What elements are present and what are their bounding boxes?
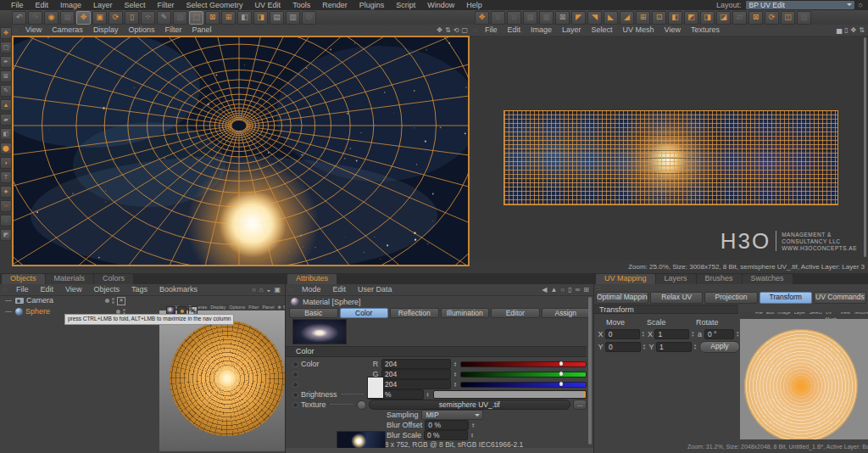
tab-layers[interactable]: Layers bbox=[656, 274, 696, 284]
camera-target-icon[interactable]: ✕ bbox=[117, 297, 125, 305]
transform-button[interactable]: Transform bbox=[760, 292, 812, 304]
new-panel-icon[interactable]: ⊞ bbox=[583, 285, 589, 295]
panel-grip-icon[interactable]: ∷ bbox=[12, 27, 20, 34]
stepper-icon[interactable]: ▲▼ bbox=[470, 433, 475, 439]
points-cube-icon[interactable]: ◧ bbox=[237, 11, 252, 25]
panel-grip-icon[interactable]: ∷ bbox=[286, 287, 296, 294]
move-tool-icon[interactable]: ✥ bbox=[76, 11, 91, 25]
menu-item[interactable]: Render bbox=[316, 0, 353, 10]
menu-item[interactable]: Filter bbox=[159, 25, 186, 36]
menu-item[interactable]: Edit bbox=[30, 0, 55, 10]
uv-mirror-h-icon[interactable]: ⇄ bbox=[732, 11, 747, 25]
uv-align-left-icon[interactable]: ◧ bbox=[668, 11, 682, 25]
uv-max-canvas-icon[interactable]: ⊠ bbox=[555, 11, 570, 25]
menu-item[interactable]: Tools bbox=[287, 0, 316, 10]
menu-item[interactable]: UV Mesh bbox=[618, 25, 659, 36]
dolly-view-icon[interactable]: ⇅ bbox=[445, 25, 451, 36]
menu-item[interactable]: View bbox=[59, 284, 87, 295]
menu-item[interactable]: Help bbox=[460, 0, 488, 10]
channel-slider[interactable] bbox=[460, 372, 587, 378]
scale-tool-icon[interactable]: ▣ bbox=[92, 11, 107, 25]
menu-item[interactable]: Cameras bbox=[47, 25, 88, 36]
histogram-icon[interactable]: ▅ bbox=[837, 25, 842, 36]
stepper-icon[interactable]: ▲▼ bbox=[453, 382, 458, 388]
channel-value-field[interactable]: 204 bbox=[381, 369, 451, 379]
keyframe-dot[interactable] bbox=[292, 382, 298, 388]
rotate-tool-icon[interactable]: ⟳ bbox=[108, 11, 123, 25]
smudge-icon[interactable]: ◗ bbox=[0, 157, 12, 169]
texture-filename-field[interactable]: semisphere UV_.tif bbox=[369, 400, 570, 410]
layout-select[interactable]: BP UV Edit bbox=[745, 0, 855, 10]
menu-item[interactable]: Plugins bbox=[353, 0, 391, 10]
pan-view-icon[interactable]: ✥ bbox=[437, 25, 442, 36]
menu-item[interactable]: File bbox=[480, 25, 503, 36]
tab-objects[interactable]: Objects bbox=[2, 274, 45, 284]
mini-uv-view[interactable]: FileEditImageLayerSelectUV MeshViewTextu… bbox=[740, 312, 868, 439]
uv-align-bottom-icon[interactable]: ◪ bbox=[716, 11, 731, 25]
uv-paste-icon[interactable]: ▥ bbox=[797, 11, 811, 25]
paintbrush-icon[interactable]: ✑ bbox=[0, 200, 12, 212]
tab-brushes[interactable]: Brushes bbox=[697, 274, 742, 284]
menu-item[interactable]: Textures bbox=[686, 25, 725, 36]
pin-icon[interactable]: ▲ bbox=[550, 285, 557, 295]
uv-edge-edit-icon[interactable]: ⧄ bbox=[507, 11, 521, 25]
stepper-icon[interactable]: ▲▼ bbox=[426, 392, 431, 398]
menu-item[interactable]: File bbox=[5, 0, 30, 10]
blur-scale-field[interactable]: 0 % bbox=[424, 430, 468, 440]
channel-value-field[interactable]: 204 bbox=[381, 359, 451, 369]
keyframe-dot[interactable] bbox=[292, 402, 298, 408]
menu-item[interactable]: Filter bbox=[247, 304, 260, 310]
relax-uv-button[interactable]: Relax UV bbox=[650, 292, 703, 304]
brush-3d-icon[interactable]: ✎ bbox=[157, 11, 171, 25]
home-icon[interactable]: ⌂ bbox=[259, 285, 264, 295]
edges-cube-icon[interactable]: ◨ bbox=[253, 11, 268, 25]
axis-lock-icon[interactable]: ▯ bbox=[125, 11, 139, 25]
channel-value-field[interactable]: 204 bbox=[381, 379, 451, 389]
stepper-icon[interactable]: ▲▼ bbox=[453, 361, 458, 367]
uv-align-right-icon[interactable]: ◨ bbox=[700, 11, 715, 25]
texture-preview-thumbnail[interactable] bbox=[292, 319, 347, 344]
tab-materials[interactable]: Materials bbox=[46, 274, 94, 284]
texture-mode-icon[interactable]: ⊠ bbox=[205, 11, 220, 25]
brightness-slider[interactable] bbox=[433, 390, 587, 399]
eyedropper-icon[interactable]: ✎ bbox=[0, 85, 12, 97]
menu-item[interactable]: Select Geometry bbox=[181, 0, 249, 10]
layout-search-icon[interactable]: ○ bbox=[859, 1, 863, 9]
menu-item[interactable]: Panel bbox=[186, 25, 216, 36]
orbit-view-icon[interactable]: ⟲ bbox=[453, 25, 459, 36]
stepper-icon[interactable]: ▲▼ bbox=[453, 372, 458, 378]
uv-corner-tr-icon[interactable]: ◥ bbox=[587, 11, 602, 25]
panel-menu-icon[interactable]: ▣ bbox=[274, 285, 281, 295]
history-back-icon[interactable]: ◀ bbox=[542, 285, 547, 295]
toggle-view-icon[interactable]: ▢ bbox=[461, 25, 468, 36]
workplane-mode-icon[interactable]: ⊞ bbox=[221, 11, 236, 25]
channel-slider[interactable] bbox=[460, 382, 587, 388]
menu-item[interactable]: Select bbox=[587, 25, 618, 36]
menu-item[interactable]: User Data bbox=[352, 284, 398, 295]
gradient-icon[interactable]: ◧ bbox=[0, 128, 12, 140]
mini-viewport-canvas[interactable] bbox=[159, 310, 285, 451]
uv-texture-canvas[interactable]: H3O MANAGEMENT & CONSULTANCY LLC WWW.H3O… bbox=[472, 36, 867, 260]
paint-droplet-icon[interactable]: ⬤ bbox=[0, 143, 12, 154]
lock-layer-icon[interactable]: ▯ bbox=[844, 25, 848, 36]
uv-commands-button[interactable]: UV Commands bbox=[814, 292, 866, 304]
menu-item[interactable]: Options bbox=[227, 304, 247, 310]
visibility-dots[interactable] bbox=[112, 298, 114, 304]
uvw-cube-icon[interactable]: ▥ bbox=[286, 11, 300, 25]
fg-bg-swatches-icon[interactable]: ◩ bbox=[0, 229, 12, 241]
keyframe-dot[interactable] bbox=[292, 392, 298, 398]
tool-settings-icon[interactable]: ⚙ bbox=[302, 11, 316, 25]
menu-item[interactable]: Display bbox=[209, 304, 227, 310]
menu-item[interactable]: UV Edit bbox=[249, 0, 287, 10]
channel-slider[interactable] bbox=[460, 361, 587, 367]
tab-uv-mapping[interactable]: UV Mapping bbox=[596, 274, 655, 284]
hatch-tool-icon[interactable]: ▨ bbox=[173, 11, 187, 25]
apply-button[interactable]: Apply bbox=[699, 341, 740, 353]
menu-item[interactable]: Edit bbox=[503, 25, 526, 36]
search-icon[interactable]: ○ bbox=[252, 285, 256, 295]
uv-point-edit-icon[interactable]: ✥ bbox=[475, 11, 489, 25]
menu-item[interactable]: View bbox=[20, 25, 47, 36]
uv-align-top-icon[interactable]: ◩ bbox=[684, 11, 698, 25]
uv-corner-tl-icon[interactable]: ◤ bbox=[571, 11, 586, 25]
stepper-icon[interactable]: ▲▼ bbox=[693, 344, 698, 350]
